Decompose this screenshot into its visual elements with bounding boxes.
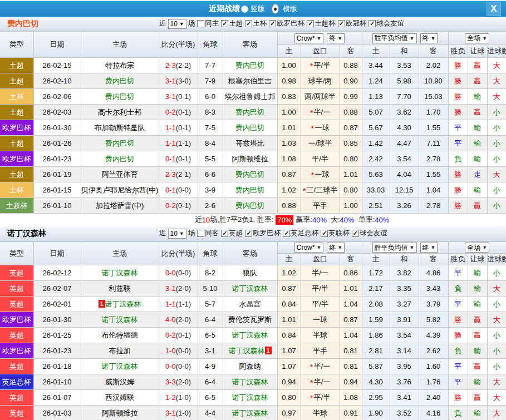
score-cell[interactable]: 3-3(2-0) <box>159 374 198 390</box>
score-cell[interactable]: 0-2(0-1) <box>159 105 198 120</box>
home-team-name[interactable]: 费内巴切 <box>105 92 134 101</box>
checkbox-same-venue[interactable] <box>197 230 204 237</box>
home-team-name[interactable]: 布伦特福德 <box>102 331 138 339</box>
checkbox-league-英联杯[interactable]: ✓ <box>321 230 328 237</box>
final-odds-select[interactable]: 终▼ <box>327 33 345 43</box>
away-team-name[interactable]: 费内巴切 <box>235 170 264 179</box>
away-team-name[interactable]: 诺丁汉森林 <box>232 393 268 402</box>
score-cell[interactable]: 4-0(2-0) <box>159 312 198 328</box>
score-cell[interactable]: 1-1(1-1) <box>159 136 198 151</box>
score-cell[interactable]: 3-1(0-1) <box>159 89 198 105</box>
corners-cell: 4-9 <box>198 359 223 374</box>
col-header-home: 主场 <box>81 32 159 58</box>
away-team-cell: 狼队 <box>223 265 277 281</box>
match-count-select[interactable]: 10▼ <box>168 19 186 29</box>
score-cell[interactable]: 2-3(2-2) <box>159 58 198 73</box>
away-team-name[interactable]: 阿斯顿维拉 <box>232 155 268 163</box>
score-cell[interactable]: 0-0(0-0) <box>159 359 198 374</box>
away-team-name[interactable]: 狼队 <box>243 269 257 277</box>
score-cell[interactable]: 1-1(0-1) <box>159 120 198 136</box>
checkbox-label: 同主 <box>205 19 219 28</box>
away-team-name[interactable]: 诺丁汉森林 <box>232 284 268 293</box>
score-cell[interactable]: 2-3(2-1) <box>159 167 198 182</box>
away-team-name[interactable]: 费内巴切 <box>235 201 264 210</box>
radio-icon[interactable] <box>241 6 248 13</box>
final-avg-select[interactable]: 终▼ <box>420 33 438 43</box>
score-cell[interactable]: 0-2(0-1) <box>159 198 198 214</box>
checkbox-same-venue[interactable] <box>197 20 204 27</box>
home-team-name[interactable]: 诺丁汉森林 <box>102 269 138 277</box>
away-team-name[interactable]: 水晶宫 <box>239 300 261 308</box>
home-team-name[interactable]: 费内巴切 <box>105 139 134 147</box>
home-team-name[interactable]: 利兹联 <box>109 284 131 293</box>
checkbox-league-欧罗巴杯[interactable]: ✓ <box>269 20 276 27</box>
score-cell[interactable]: 0-1(0-1) <box>159 151 198 167</box>
home-team-name[interactable]: 贝伊奥卢耶尼恰尔西(中) <box>81 186 159 194</box>
checkbox-league-土超[interactable]: ✓ <box>221 20 228 27</box>
avg-select[interactable]: 胜平负均值▼ <box>372 33 417 43</box>
fulltime-score: 1-2 <box>165 393 176 402</box>
home-team-name[interactable]: 威斯汉姆 <box>105 378 134 386</box>
home-team-name[interactable]: 诺丁汉森林 <box>102 362 138 370</box>
away-team-name[interactable]: 哥兹塔比 <box>235 139 264 147</box>
home-team-name[interactable]: 特拉布宗 <box>105 61 134 70</box>
score-cell[interactable]: 3-1(1-0) <box>159 406 198 420</box>
away-team-name[interactable]: 费内巴切 <box>235 186 264 194</box>
home-team-name[interactable]: 西汉姆联 <box>105 393 134 402</box>
away-team-name[interactable]: 根塞尔伯里吉 <box>228 77 272 85</box>
fullmatch-select[interactable]: 全场▼ <box>465 33 489 43</box>
score-cell[interactable]: 3-1(2-0) <box>159 281 198 297</box>
away-team-name[interactable]: 诺丁汉森林 <box>232 378 268 386</box>
checkbox-league-欧罗巴杯[interactable]: ✓ <box>245 230 252 237</box>
away-team-name[interactable]: 费伦茨瓦罗斯 <box>228 315 272 324</box>
score-cell[interactable]: 1-0(0-0) <box>159 343 198 359</box>
avg-select[interactable]: 胜平负均值▼ <box>372 243 417 253</box>
away-team-name[interactable]: 费内巴切 <box>235 61 264 70</box>
score-cell[interactable]: 3-1(3-0) <box>159 73 198 89</box>
red-card-badge: 1 <box>99 300 105 308</box>
company-select[interactable]: Crow*▼ <box>294 33 324 43</box>
score-cell[interactable]: 0-1(0-0) <box>159 182 198 198</box>
home-team-name[interactable]: 加拉塔萨雷(中) <box>96 201 144 210</box>
final-avg-select[interactable]: 终▼ <box>420 243 438 253</box>
home-team-name[interactable]: 阿兰亚体育 <box>102 170 138 179</box>
score-cell[interactable]: 1-2(1-0) <box>159 390 198 406</box>
away-team-name[interactable]: 费内巴切 <box>235 108 264 116</box>
home-team-name[interactable]: 高卡尔利士邦 <box>98 108 141 116</box>
home-team-name[interactable]: 费内巴切 <box>105 77 134 85</box>
score-cell[interactable]: 1-1(1-1) <box>159 297 198 312</box>
home-team-name[interactable]: 诺丁汉森林 <box>102 315 138 324</box>
fullmatch-select[interactable]: 全场▼ <box>465 243 489 253</box>
checkbox-league-土超杯[interactable]: ✓ <box>307 20 314 27</box>
checkbox-league-英超[interactable]: ✓ <box>221 230 228 237</box>
match-count-select[interactable]: 10▼ <box>168 229 186 239</box>
home-team-name[interactable]: 诺丁汉森林 <box>105 300 141 308</box>
layout-radio-竖版[interactable]: 竖版 <box>241 4 265 14</box>
handicap-result-cell: 輸 <box>468 343 487 359</box>
away-odds-cell: 0.88 <box>340 105 362 120</box>
home-team-name[interactable]: 布拉加 <box>109 347 131 355</box>
home-team-name[interactable]: 费内巴切 <box>105 155 134 163</box>
company-select[interactable]: Crow*▼ <box>294 243 324 253</box>
radio-icon[interactable] <box>272 4 279 14</box>
away-team-name[interactable]: 费内巴切 <box>235 123 264 132</box>
checkbox-league-英足总杯[interactable]: ✓ <box>283 230 290 237</box>
checkbox-league-球会友谊[interactable]: ✓ <box>369 20 376 27</box>
score-cell[interactable]: 0-2(0-1) <box>159 328 198 343</box>
checkbox-league-欧冠杯[interactable]: ✓ <box>338 20 345 27</box>
checkbox-league-球会友谊[interactable]: ✓ <box>352 230 359 237</box>
score-cell[interactable]: 0-0(0-0) <box>159 265 198 281</box>
layout-radio-横版[interactable]: 横版 <box>270 4 297 14</box>
checkbox-league-土杯[interactable]: ✓ <box>245 20 252 27</box>
away-team-name[interactable]: 诺丁汉森林 <box>232 331 268 339</box>
col-header-avg_away: 客 <box>419 45 448 58</box>
away-team-name[interactable]: 诺丁汉森林 <box>229 347 265 355</box>
final-odds-select[interactable]: 终▼ <box>327 243 345 253</box>
away-team-name[interactable]: 诺丁汉森林 <box>232 409 268 417</box>
away-team-cell: 费伦茨瓦罗斯 <box>223 312 277 328</box>
away-team-name[interactable]: 埃尔祖鲁姆士邦 <box>225 92 276 101</box>
away-team-name[interactable]: 阿森纳 <box>239 362 261 370</box>
home-team-name[interactable]: 布加勒斯特星队 <box>95 123 145 132</box>
home-team-name[interactable]: 阿斯顿维拉 <box>102 409 138 417</box>
close-button[interactable]: X <box>487 2 501 16</box>
